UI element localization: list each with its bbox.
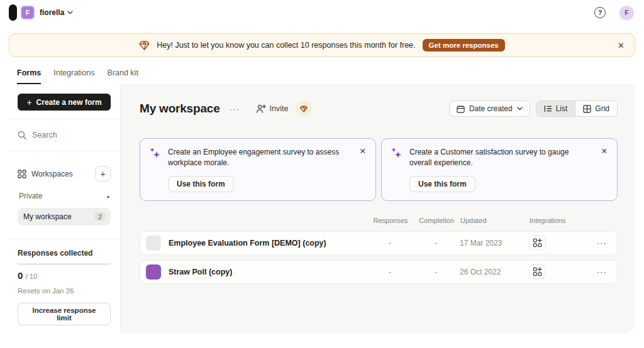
column-header-updated: Updated: [460, 217, 530, 224]
column-header-integrations: Integrations: [530, 217, 587, 224]
suggestion-card-employee-engagement: Create an Employee engagement survey to …: [140, 138, 376, 201]
sort-dropdown[interactable]: Date created: [449, 101, 530, 117]
use-this-form-button[interactable]: Use this form: [168, 176, 234, 192]
sparkle-icon: [391, 147, 402, 192]
get-more-responses-button[interactable]: Get more responses: [423, 39, 505, 52]
card-close-icon[interactable]: ✕: [601, 146, 608, 156]
responses-collected-section: Responses collected 0 / 10 Resets on Jan…: [9, 239, 120, 325]
workspace-main: My workspace ··· Invite Date created: [121, 84, 635, 333]
help-icon[interactable]: ?: [594, 7, 606, 18]
sidebar-divider: [9, 119, 120, 119]
responses-collected-title: Responses collected: [18, 249, 111, 258]
responses-reset-date: Resets on Jan 26: [18, 287, 111, 295]
sidebar-divider: [9, 151, 120, 151]
form-name: Employee Evaluation Form [DEMO] (copy): [169, 239, 326, 247]
app-logo: [9, 4, 17, 21]
sidebar: + Create a new form Search Workspaces + …: [9, 84, 121, 333]
tab-forms[interactable]: Forms: [17, 68, 41, 84]
workspace-options-icon[interactable]: ···: [230, 104, 240, 114]
workspaces-grid-icon: [18, 170, 26, 178]
invite-person-icon: [256, 104, 266, 113]
account-avatar[interactable]: F: [21, 6, 35, 19]
completion-cell: -: [412, 268, 460, 276]
responses-count: 0: [18, 270, 23, 281]
search-input[interactable]: Search: [18, 128, 111, 143]
sort-label: Date created: [469, 104, 513, 113]
search-label: Search: [32, 131, 57, 139]
use-this-form-button[interactable]: Use this form: [409, 176, 475, 192]
create-new-form-button[interactable]: + Create a new form: [18, 94, 111, 111]
increase-response-limit-button[interactable]: Increase response limit: [18, 303, 111, 325]
upgrade-gem-button[interactable]: [296, 101, 311, 116]
sidebar-item-my-workspace[interactable]: My workspace 2: [18, 208, 111, 226]
account-name[interactable]: fiorella: [40, 8, 64, 17]
list-view-label: List: [556, 104, 568, 113]
ai-suggestion-cards: Create an Employee engagement survey to …: [140, 138, 618, 201]
search-icon: [18, 131, 26, 139]
plus-icon: +: [26, 98, 31, 107]
row-more-icon[interactable]: ···: [587, 238, 617, 247]
page-title: My workspace: [140, 102, 220, 116]
workspaces-label: Workspaces: [31, 170, 73, 178]
responses-progress-bar: [18, 263, 111, 265]
forms-table-header: Responses Completion Updated Integration…: [140, 217, 618, 231]
grid-view-label: Grid: [595, 104, 609, 113]
sidebar-spacer: [18, 226, 111, 239]
tab-brand-kit[interactable]: Brand kit: [108, 68, 138, 84]
chevron-down-icon: [517, 107, 523, 111]
tab-integrations[interactable]: Integrations: [53, 68, 94, 84]
banner-message: Hey! Just to let you know you can collec…: [157, 41, 415, 50]
form-thumbnail: [146, 264, 161, 280]
free-plan-banner: Hey! Just to let you know you can collec…: [9, 33, 635, 57]
banner-close-icon[interactable]: ✕: [618, 41, 625, 50]
completion-cell: -: [412, 239, 460, 247]
view-toggle: List Grid: [536, 101, 618, 117]
grid-view-icon: [583, 105, 591, 113]
create-new-form-label: Create a new form: [36, 98, 102, 107]
sparkle-icon: [149, 147, 161, 192]
column-header-completion: Completion: [413, 217, 460, 224]
private-label: Private: [19, 192, 42, 200]
body-area: + Create a new form Search Workspaces + …: [9, 84, 635, 333]
list-view-icon: [544, 105, 552, 112]
chevron-down-icon[interactable]: [67, 11, 73, 14]
top-bar: F fiorella ? F: [0, 0, 644, 25]
table-row-straw-poll[interactable]: Straw Poll (copy) - - 26 Oct 2022 ···: [140, 260, 618, 284]
updated-cell: 17 Mar 2023: [460, 239, 529, 247]
calendar-icon: [457, 105, 465, 113]
add-integration-icon[interactable]: [529, 236, 546, 250]
table-row-employee-evaluation-form[interactable]: Employee Evaluation Form [DEMO] (copy) -…: [140, 231, 618, 255]
row-more-icon[interactable]: ···: [587, 267, 617, 276]
primary-tabs: Forms Integrations Brand kit: [0, 57, 644, 84]
invite-button[interactable]: Invite: [256, 104, 289, 113]
card-close-icon[interactable]: ✕: [360, 146, 366, 156]
responses-cell: -: [368, 268, 412, 276]
private-section-toggle[interactable]: Private ▴: [18, 192, 111, 200]
collapse-icon: ▴: [107, 193, 109, 199]
add-integration-icon[interactable]: [529, 264, 546, 279]
form-name: Straw Poll (copy): [169, 268, 232, 276]
gem-icon: [139, 41, 150, 50]
invite-label: Invite: [270, 104, 289, 113]
view-list-button[interactable]: List: [536, 101, 575, 116]
form-thumbnail: [146, 236, 161, 251]
view-grid-button[interactable]: Grid: [575, 101, 617, 116]
workspace-header: My workspace ··· Invite Date created: [140, 101, 618, 117]
workspace-item-label: My workspace: [23, 212, 72, 221]
responses-limit: / 10: [26, 273, 37, 280]
workspaces-header: Workspaces +: [18, 166, 111, 182]
column-header-responses: Responses: [369, 217, 413, 224]
suggestion-card-customer-satisfaction: Create a Customer satisfaction survey to…: [381, 138, 618, 201]
user-avatar[interactable]: F: [619, 6, 634, 20]
suggestion-text: Create an Employee engagement survey to …: [168, 147, 350, 169]
add-workspace-button[interactable]: +: [95, 166, 111, 182]
responses-cell: -: [368, 239, 412, 247]
workspace-count-badge: 2: [95, 212, 105, 221]
updated-cell: 26 Oct 2022: [460, 268, 529, 276]
forms-table: Responses Completion Updated Integration…: [140, 217, 618, 284]
suggestion-text: Create a Customer satisfaction survey to…: [409, 147, 592, 169]
